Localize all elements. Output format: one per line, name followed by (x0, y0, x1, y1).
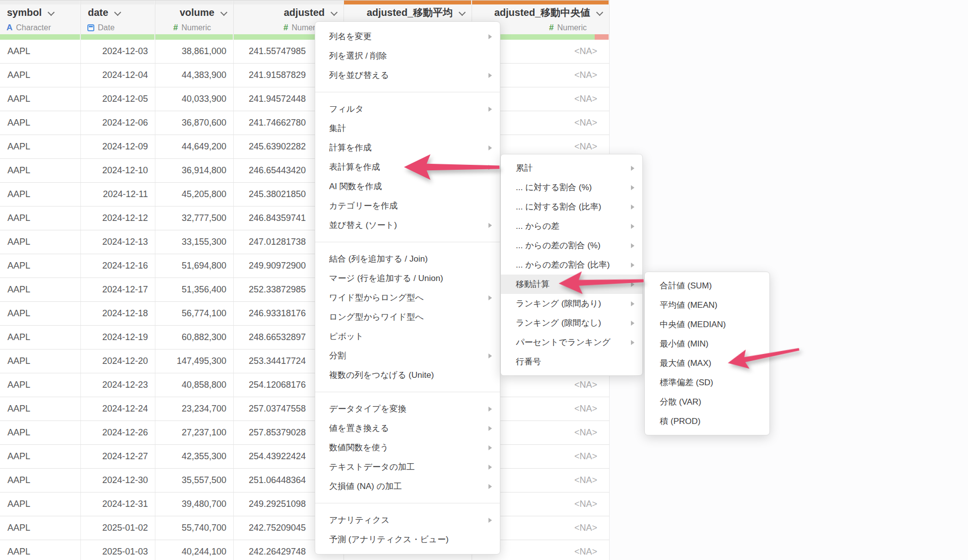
table-row[interactable]: AAPL 2024-12-03 38,861,000 241.55747985 … (0, 40, 610, 64)
menu-item[interactable]: 積 (PROD) (645, 412, 769, 431)
menu-item[interactable]: テキストデータの加工 (315, 457, 500, 477)
menu-item[interactable]: 列を並び替える (315, 66, 500, 85)
menu-item[interactable]: パーセントでランキング (501, 333, 642, 352)
table-row[interactable]: AAPL 2024-12-27 42,355,300 254.43922424 … (0, 445, 610, 469)
menu-item[interactable]: ランキング (隙間あり) (501, 294, 642, 313)
cell-volume: 40,858,800 (155, 373, 234, 397)
cell-date: 2024-12-31 (81, 492, 155, 516)
submenu-arrow-icon (488, 34, 492, 39)
cell-symbol: AAPL (0, 302, 81, 325)
cell-volume: 40,033,900 (155, 87, 234, 111)
submenu-arrow-icon (631, 321, 634, 326)
menu-item[interactable]: 値を置き換える (315, 419, 500, 438)
menu-item[interactable]: 行番号 (501, 352, 642, 371)
column-type-label: Date (98, 23, 115, 32)
menu-item[interactable]: ... からの差の割合 (%) (501, 236, 642, 255)
cell-volume: 35,557,500 (155, 469, 234, 492)
cell-symbol: AAPL (0, 469, 81, 492)
menu-item[interactable]: 累計 (501, 158, 642, 178)
menu-item[interactable]: 標準偏差 (SD) (645, 373, 769, 392)
column-header-date[interactable]: date Date (81, 0, 155, 40)
menu-item[interactable]: 数値関数を使う (315, 438, 500, 457)
menu-item[interactable]: ランキング (隙間なし) (501, 313, 642, 333)
chevron-down-icon[interactable] (48, 10, 54, 15)
menu-item[interactable]: マージ (行を追加する / Union) (315, 269, 500, 288)
menu-item[interactable]: アナリティクス (315, 510, 500, 530)
column-type-label: Numeric (557, 23, 587, 32)
submenu-arrow-icon (488, 223, 492, 228)
cell-volume: 27,237,100 (155, 421, 234, 444)
menu-item[interactable]: 列名を変更 (315, 27, 500, 46)
menu-item[interactable]: ... に対する割合 (比率) (501, 197, 642, 216)
numeric-icon: # (173, 23, 178, 33)
numeric-icon: # (549, 23, 553, 33)
cell-symbol: AAPL (0, 492, 81, 516)
cell-symbol: AAPL (0, 540, 81, 560)
menu-item[interactable]: ... からの差 (501, 216, 642, 236)
chevron-down-icon[interactable] (115, 10, 120, 15)
cell-volume: 32,777,500 (155, 207, 234, 230)
submenu-arrow-icon (488, 73, 492, 78)
cell-volume: 36,914,800 (155, 159, 234, 182)
chevron-down-icon[interactable] (331, 10, 337, 15)
table-row[interactable]: AAPL 2024-12-06 36,870,600 241.74662780 … (0, 111, 610, 135)
cell-volume: 56,774,100 (155, 302, 234, 325)
submenu-arrow-icon (631, 243, 634, 248)
cell-symbol: AAPL (0, 159, 81, 182)
menu-item[interactable]: 予測 (アナリティクス・ビュー) (315, 530, 500, 549)
cell-date: 2024-12-20 (81, 350, 155, 373)
menu-item[interactable]: 結合 (列を追加する / Join) (315, 249, 500, 269)
menu-item[interactable]: 列を選択 / 削除 (315, 46, 500, 66)
submenu-arrow-icon (488, 353, 492, 358)
column-header-volume[interactable]: volume # Numeric (155, 0, 234, 40)
cell-date: 2024-12-19 (81, 326, 155, 349)
column-title: date (88, 7, 108, 18)
menu-item[interactable]: 合計値 (SUM) (645, 276, 769, 295)
cell-symbol: AAPL (0, 40, 81, 63)
chevron-down-icon[interactable] (459, 10, 465, 15)
cell-volume: 44,649,200 (155, 135, 234, 158)
chevron-down-icon[interactable] (597, 10, 602, 15)
menu-item[interactable]: カテゴリーを作成 (315, 196, 500, 215)
menu-item[interactable]: ロング型からワイド型へ (315, 307, 500, 327)
table-row[interactable]: AAPL 2024-12-26 27,237,100 257.85379028 … (0, 421, 610, 445)
cell-volume: 36,870,600 (155, 111, 234, 135)
column-type-label: Numeric (181, 23, 211, 32)
app-canvas: symbol A Character date Date volume # Nu… (0, 0, 968, 560)
column-context-menu: 列名を変更 列を選択 / 削除 列を並び替える フィルタ 集計 計算を作成 表計… (315, 21, 500, 555)
cell-date: 2024-12-06 (81, 111, 155, 135)
menu-separator (315, 85, 500, 99)
cell-volume: 42,355,300 (155, 445, 234, 468)
menu-item[interactable]: 分散 (VAR) (645, 392, 769, 412)
cell-symbol: AAPL (0, 350, 81, 373)
table-row[interactable]: AAPL 2024-12-24 23,234,700 257.03747558 … (0, 397, 610, 421)
table-row[interactable]: AAPL 2024-12-30 35,557,500 251.06448364 … (0, 469, 610, 492)
table-row[interactable]: AAPL 2024-12-05 40,033,900 241.94572448 … (0, 87, 610, 111)
menu-item[interactable]: 欠損値 (NA) の加工 (315, 477, 500, 496)
submenu-arrow-icon (488, 465, 492, 470)
menu-item[interactable]: 並び替え (ソート) (315, 215, 500, 235)
table-row[interactable]: AAPL 2025-01-02 55,740,700 242.75209045 … (0, 516, 610, 540)
menu-item[interactable]: フィルタ (315, 99, 500, 119)
menu-item[interactable]: ... に対する割合 (%) (501, 178, 642, 197)
menu-item[interactable]: データタイプを変換 (315, 399, 500, 419)
menu-item[interactable]: 分割 (315, 346, 500, 365)
column-title: adjusted_移動中央値 (494, 6, 590, 19)
menu-item[interactable]: 集計 (315, 119, 500, 138)
cell-date: 2024-12-11 (81, 183, 155, 206)
table-row[interactable]: AAPL 2024-12-04 44,383,900 241.91587829 … (0, 64, 610, 87)
table-row[interactable]: AAPL 2025-01-03 40,244,100 242.26429748 … (0, 540, 610, 560)
menu-item[interactable]: 平均値 (MEAN) (645, 295, 769, 315)
menu-item[interactable]: ピボット (315, 327, 500, 346)
table-row[interactable]: AAPL 2024-12-31 39,480,700 249.29251098 … (0, 492, 610, 516)
chevron-down-icon[interactable] (221, 10, 226, 15)
column-header-symbol[interactable]: symbol A Character (0, 0, 81, 40)
cell-volume: 23,234,700 (155, 397, 234, 420)
annotation-arrow-moving-calc (556, 267, 646, 297)
cell-symbol: AAPL (0, 516, 81, 540)
table-row[interactable]: AAPL 2024-12-23 40,858,800 254.12068176 … (0, 373, 610, 397)
menu-item[interactable]: 複数の列をつなげる (Unite) (315, 365, 500, 385)
menu-item[interactable]: ワイド型からロング型へ (315, 288, 500, 307)
submenu-arrow-icon (488, 484, 492, 489)
menu-item[interactable]: 中央値 (MEDIAN) (645, 315, 769, 334)
